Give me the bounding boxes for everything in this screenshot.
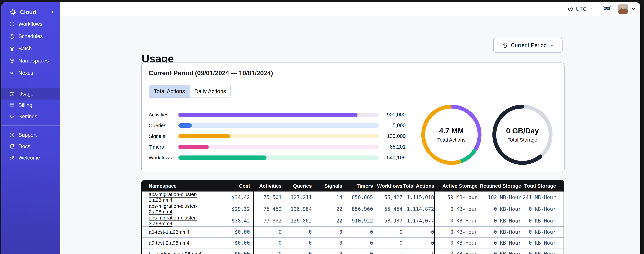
table-cell: 0 KB-Hour xyxy=(434,203,478,215)
table-cell: 0 KB-Hour xyxy=(434,248,478,254)
brand-label: Cloud xyxy=(20,9,36,16)
bar-value: 5,000 xyxy=(379,122,406,128)
table-cell: 75,501 xyxy=(254,192,282,203)
table-cell: $29.32 xyxy=(219,203,254,215)
total-actions-donut: 4.7 MM Total Actions xyxy=(421,104,482,165)
column-header: Total Storage xyxy=(521,180,564,192)
sidebar-item-settings[interactable]: Settings xyxy=(1,111,60,122)
usage-bar-row: Workflows541,109 xyxy=(149,152,406,163)
namespace-link[interactable]: abs-migration-cluster-1.a98mm4 xyxy=(149,192,197,203)
table-cell: 910,922 xyxy=(342,215,373,226)
sidebar-item-label: Support xyxy=(18,132,37,138)
table-cell: 0 xyxy=(254,248,282,254)
period-selector-button[interactable]: Current Period xyxy=(493,38,562,53)
donut-center: 4.7 MM Total Actions xyxy=(421,104,482,165)
tab-total-actions[interactable]: Total Actions xyxy=(149,85,190,98)
sidebar-item-namespaces[interactable]: Namespaces xyxy=(1,54,60,67)
table-cell: 0 xyxy=(282,226,312,238)
bar-label: Signals xyxy=(149,133,178,139)
sidebar-item-support[interactable]: Support xyxy=(1,129,60,141)
table-cell: 0 KB-Hour xyxy=(521,203,564,215)
clock-icon xyxy=(567,6,574,12)
table-row: a0-test-2.a98mm4$0.000000000 KB-Hour0 KB… xyxy=(142,238,564,248)
sidebar-item-schedules[interactable]: Schedules xyxy=(1,30,60,42)
table-cell: 0 KB-Hour xyxy=(478,215,521,226)
total-actions-value: 4.7 MM xyxy=(439,127,464,135)
table-cell: $0.00 xyxy=(219,248,254,254)
table-row: abs-migration-cluster-2.a98mm4$29.3275,4… xyxy=(142,203,564,215)
table-cell: 0 xyxy=(402,238,434,248)
table-cell: 856,960 xyxy=(342,203,373,215)
table-cell: $38.42 xyxy=(219,215,254,226)
usage-icon xyxy=(9,91,15,97)
namespace-link[interactable]: bk-worker-test.a98mm4 xyxy=(149,251,202,254)
table-row: abs-migration-cluster-1.a98mm4$34.4275,5… xyxy=(142,192,564,203)
column-header: Timers xyxy=(342,180,373,192)
sidebar-item-docs[interactable]: Docs xyxy=(1,141,60,152)
table-cell: 0 KB-Hour xyxy=(478,226,521,238)
table-cell: 0 KB-Hour xyxy=(478,238,521,248)
tab-daily-actions[interactable]: Daily Actions xyxy=(190,85,231,98)
bar-value: 130,000 xyxy=(379,133,406,139)
table-cell: 1,174,077 xyxy=(402,215,434,226)
topbar: UTC xyxy=(60,2,640,16)
sidebar-item-welcome[interactable]: Welcome xyxy=(1,152,60,164)
current-period-card: Current Period (09/01/2024 — 10/01/2024)… xyxy=(141,62,564,172)
table-cell: 0 xyxy=(312,248,342,254)
sidebar-item-workflows[interactable]: Workflows xyxy=(1,18,60,30)
temporal-logo-icon xyxy=(9,8,17,16)
schedules-icon xyxy=(9,33,15,40)
sidebar-nav-main: WorkflowsSchedulesBatchNamespacesNexus xyxy=(1,18,60,79)
table-cell: 22 xyxy=(312,203,342,215)
table-cell: 0 KB-Hour xyxy=(434,226,478,238)
settings-icon xyxy=(9,114,15,120)
table-cell: 126,862 xyxy=(282,215,312,226)
total-storage-value: 0 GB/Day xyxy=(506,127,539,135)
table-header-row: NamespaceCostActivitiesQueriesSignalsTim… xyxy=(142,180,564,192)
bar-track xyxy=(178,123,379,128)
table-cell: 856,865 xyxy=(342,192,373,203)
timezone-selector[interactable]: UTC xyxy=(567,6,594,12)
column-header: Workflows xyxy=(373,180,402,192)
table-cell: 0 xyxy=(282,238,312,248)
workflows-icon xyxy=(9,21,15,27)
namespaces-icon xyxy=(9,58,15,64)
table-cell: 127,211 xyxy=(282,192,312,203)
user-menu-chevron-icon[interactable] xyxy=(631,6,636,12)
bar-track xyxy=(178,156,379,160)
donut-center: 0 GB/Day Total Storage xyxy=(492,104,553,165)
table-cell: 0 KB-Hour xyxy=(478,248,521,254)
namespace-link[interactable]: abs-migration-cluster-2.a98mm4 xyxy=(149,203,197,214)
timezone-label: UTC xyxy=(576,6,587,12)
table-cell: 0 KB-Hour xyxy=(434,215,478,226)
batch-icon xyxy=(9,46,15,52)
bar-track xyxy=(178,145,379,149)
sidebar-item-label: Schedules xyxy=(18,33,43,39)
column-header: Queries xyxy=(282,180,312,192)
bar-value: 85,201 xyxy=(379,144,406,150)
sidebar-nav-account: UsageBillingSettings xyxy=(1,88,60,122)
nexus-icon xyxy=(9,70,15,76)
bar-label: Workflows xyxy=(149,155,178,160)
table-cell: 75,452 xyxy=(254,203,282,215)
avatar[interactable] xyxy=(618,4,628,14)
table-cell: 14 xyxy=(312,192,342,203)
sidebar-item-label: Namespaces xyxy=(18,58,49,64)
feedback-glasses-button[interactable] xyxy=(602,4,612,14)
total-storage-donut: 0 GB/Day Total Storage xyxy=(492,104,553,165)
sidebar-collapse-icon[interactable] xyxy=(50,10,55,15)
namespace-link[interactable]: a0-test-2.a98mm4 xyxy=(149,240,190,246)
column-header: Active Storage xyxy=(434,180,478,192)
table-cell: 58,939 xyxy=(373,215,402,226)
table-cell: 77,332 xyxy=(254,215,282,226)
namespace-link[interactable]: a0-test-1.a98mm4 xyxy=(149,229,190,235)
sidebar-item-usage[interactable]: Usage xyxy=(1,88,60,100)
docs-icon xyxy=(9,143,15,150)
namespace-link[interactable]: abs-migration-cluster-3.a98mm4 xyxy=(149,215,197,226)
sidebar-item-billing[interactable]: Billing xyxy=(1,100,60,111)
sidebar-item-nexus[interactable]: Nexus xyxy=(1,67,60,79)
sidebar-divider xyxy=(1,125,60,126)
table-cell: 59 MB-Hour xyxy=(434,192,478,203)
period-selector-label: Current Period xyxy=(511,42,547,48)
sidebar-item-batch[interactable]: Batch xyxy=(1,42,60,54)
